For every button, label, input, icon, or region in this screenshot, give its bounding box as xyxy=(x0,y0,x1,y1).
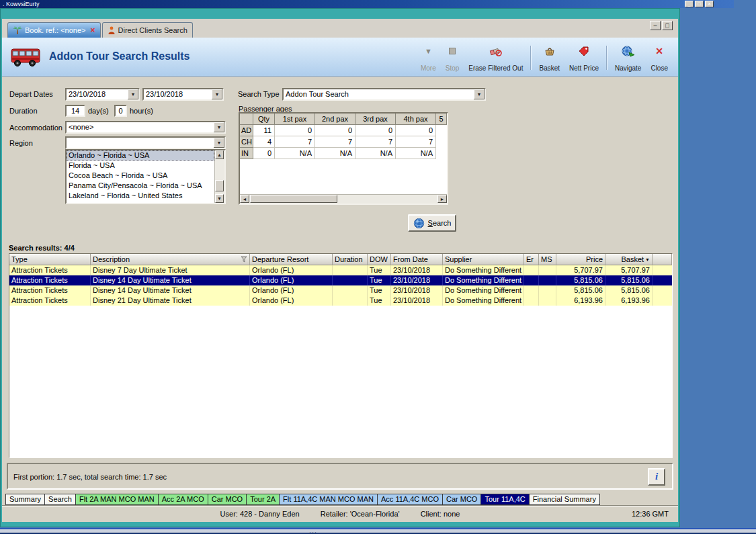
toolbar-button-stop[interactable]: Stop xyxy=(441,42,464,74)
bottom-tab-tour-11a-4c[interactable]: Tour 11A,4C xyxy=(480,494,529,505)
toolbar-button-label: Stop xyxy=(446,64,460,72)
document-tabstrip: Book. ref.: <none>×Direct Clients Search… xyxy=(2,19,678,38)
region-list: Orlando ~ Florida ~ USAFlorida ~ USACoco… xyxy=(67,150,214,203)
region-combobox[interactable]: ▼ xyxy=(65,136,226,149)
passenger-grid-row-label: AD xyxy=(240,125,253,136)
passenger-grid-cell[interactable]: N/A xyxy=(275,148,315,159)
result-cell: 5,707.97 xyxy=(605,265,653,275)
passenger-grid-row: CH47777 xyxy=(240,136,447,148)
passenger-grid-cell[interactable]: 7 xyxy=(355,136,396,148)
bottom-tab-tour-2a[interactable]: Tour 2A xyxy=(246,494,280,505)
bottom-tab-acc-2a-mco[interactable]: Acc 2A MCO xyxy=(158,494,208,505)
scrollbar-thumb[interactable] xyxy=(250,195,337,203)
results-header-er[interactable]: Er xyxy=(524,254,539,265)
bottom-tab-flt-11a-4c-man-mco-man[interactable]: Flt 11A,4C MAN MCO MAN xyxy=(279,494,378,505)
passenger-grid-cell[interactable]: 4 xyxy=(253,136,275,148)
restore-icon[interactable]: □ xyxy=(695,1,704,7)
passenger-grid-cell[interactable]: 0 xyxy=(315,125,355,136)
duration-hours-input[interactable]: 0 xyxy=(114,105,127,117)
result-cell: Attraction Tickets xyxy=(9,296,91,306)
bottom-tab-search[interactable]: Search xyxy=(44,494,76,505)
scroll-right-icon[interactable]: ► xyxy=(437,195,447,203)
result-row[interactable]: Attraction TicketsDisney 14 Day Ultimate… xyxy=(9,275,672,285)
result-cell: Attraction Tickets xyxy=(9,275,91,285)
passenger-grid-cell[interactable]: 11 xyxy=(253,125,275,136)
bottom-tab-acc-11a-4c-mco[interactable]: Acc 11A,4C MCO xyxy=(377,494,443,505)
toolbar-button-close[interactable]: ✕Close xyxy=(646,42,673,74)
result-cell: 5,815.06 xyxy=(605,275,653,285)
passenger-grid-cell[interactable]: N/A xyxy=(355,148,396,159)
passenger-grid-cell[interactable]: 0 xyxy=(355,125,396,136)
toolbar-button-nett-price[interactable]: Nett Price xyxy=(564,42,603,74)
passenger-grid-cell[interactable]: 0 xyxy=(396,125,436,136)
bottom-tab-car-mco[interactable]: Car MCO xyxy=(208,494,247,505)
result-row[interactable]: Attraction TicketsDisney 7 Day Ultimate … xyxy=(9,265,672,275)
toolbar-button-erase-filtered-out[interactable]: Erase Filtered Out xyxy=(464,42,528,74)
toolbar-button-navigate[interactable]: Navigate xyxy=(610,42,646,74)
document-tab-book-ref-none[interactable]: Book. ref.: <none>× xyxy=(7,22,101,38)
search-button[interactable]: Search xyxy=(408,214,456,232)
results-header-departure-resort[interactable]: Departure Resort xyxy=(250,254,333,265)
region-list-item[interactable]: Panama City/Pensacola ~ Florida ~ USA xyxy=(67,181,214,191)
page-title: Addon Tour Search Results xyxy=(49,50,190,62)
results-header-from-date[interactable]: From Date xyxy=(391,254,443,265)
region-list-item[interactable]: Orlando ~ Florida ~ USA xyxy=(67,150,214,161)
status-retailer: Retailer: 'Ocean-Florida' xyxy=(321,510,400,518)
bottom-tab-financial-summary[interactable]: Financial Summary xyxy=(529,494,600,505)
bottom-tabstrip: SummarySearchFlt 2A MAN MCO MANAcc 2A MC… xyxy=(5,494,600,505)
toolbar-button-more[interactable]: ▼More xyxy=(416,42,441,74)
passenger-grid-cell[interactable]: 0 xyxy=(253,148,275,159)
results-header-price[interactable]: Price xyxy=(556,254,605,265)
info-button[interactable]: i xyxy=(648,468,665,486)
region-list-item[interactable]: Lakeland ~ Florida ~ United States xyxy=(67,191,214,201)
duration-days-input[interactable]: 14 xyxy=(65,105,85,117)
document-tab-direct-clients-search[interactable]: Direct Clients Search xyxy=(102,22,193,38)
depart-date-to-combobox[interactable]: 23/10/2018 ▼ xyxy=(142,88,224,101)
region-list-item[interactable]: Florida ~ USA xyxy=(67,161,214,171)
passenger-grid-cell[interactable]: N/A xyxy=(315,148,355,159)
passenger-grid-cell[interactable]: 7 xyxy=(275,136,315,148)
results-header-type[interactable]: Type xyxy=(9,254,91,265)
toolbar: ▼MoreStopErase Filtered OutBasketNett Pr… xyxy=(416,42,673,74)
results-header-description[interactable]: Description xyxy=(91,254,250,265)
passenger-grid-cell[interactable]: 7 xyxy=(396,136,436,148)
bottom-tab-car-mco[interactable]: Car MCO xyxy=(442,494,481,505)
passenger-grid-cell[interactable]: 7 xyxy=(315,136,355,148)
mdi-minimize-icon[interactable]: – xyxy=(650,21,661,30)
search-type-combobox[interactable]: Addon Tour Search ▼ xyxy=(282,88,486,101)
close-icon[interactable]: × xyxy=(705,1,714,7)
close-tab-icon[interactable]: × xyxy=(91,26,95,34)
passenger-grid-cell[interactable]: N/A xyxy=(396,148,436,159)
scroll-left-icon[interactable]: ◄ xyxy=(240,195,249,203)
chevron-down-icon[interactable]: ▼ xyxy=(474,89,485,99)
mdi-restore-icon[interactable]: □ xyxy=(662,21,673,30)
scrollbar-thumb[interactable] xyxy=(215,180,224,191)
chevron-down-icon[interactable]: ▼ xyxy=(214,138,224,148)
result-cell: Attraction Tickets xyxy=(9,285,91,296)
horizontal-scrollbar[interactable]: ◄ ► xyxy=(240,194,447,204)
toolbar-button-basket[interactable]: Basket xyxy=(534,42,564,74)
scroll-down-icon[interactable]: ▼ xyxy=(215,194,224,203)
result-cell: Disney 14 Day Ultimate Ticket xyxy=(91,285,250,296)
bottom-tab-flt-2a-man-mco-man[interactable]: Flt 2A MAN MCO MAN xyxy=(75,494,159,505)
minimize-icon[interactable]: _ xyxy=(685,1,694,7)
depart-date-from-combobox[interactable]: 23/10/2018 ▼ xyxy=(65,88,140,101)
taskbar-grip-icon[interactable]: ··· xyxy=(309,529,317,534)
result-row[interactable]: Attraction TicketsDisney 21 Day Ultimate… xyxy=(9,296,672,306)
result-cell: 5,707.97 xyxy=(556,265,605,275)
chevron-down-icon[interactable]: ▼ xyxy=(214,122,224,132)
result-row[interactable]: Attraction TicketsDisney 14 Day Ultimate… xyxy=(9,285,672,296)
chevron-down-icon[interactable]: ▼ xyxy=(128,89,138,99)
results-header-ms[interactable]: MS xyxy=(539,254,556,265)
scroll-up-icon[interactable]: ▲ xyxy=(215,150,224,159)
results-header-supplier[interactable]: Supplier xyxy=(443,254,524,265)
bottom-tab-summary[interactable]: Summary xyxy=(5,494,45,505)
region-list-item[interactable]: Cocoa Beach ~ Florida ~ USA xyxy=(67,171,214,181)
accommodation-combobox[interactable]: <none> ▼ xyxy=(65,121,226,134)
chevron-down-icon[interactable]: ▼ xyxy=(212,89,222,99)
passenger-grid-cell[interactable]: 0 xyxy=(275,125,315,136)
results-header-dow[interactable]: DOW xyxy=(368,254,391,265)
vertical-scrollbar[interactable]: ▲ ▼ xyxy=(214,150,224,203)
results-header-basket[interactable]: Basket▼ xyxy=(605,254,653,265)
results-header-duration[interactable]: Duration xyxy=(333,254,368,265)
